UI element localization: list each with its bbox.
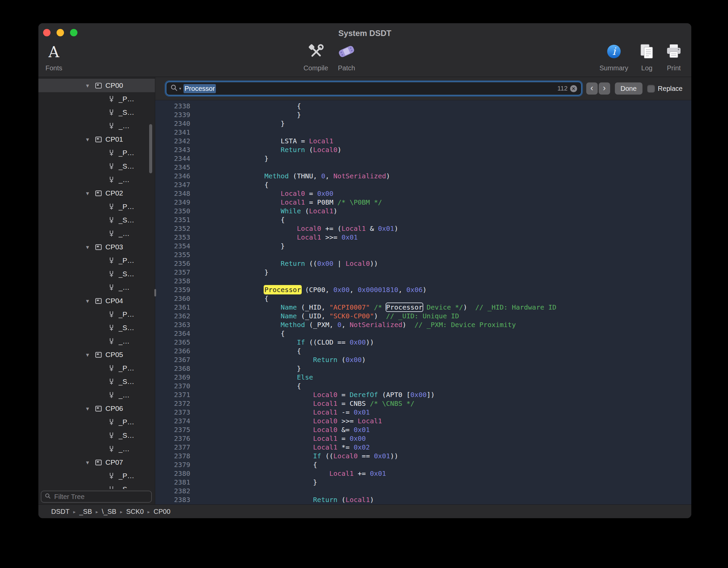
line-number: 2384 [155, 504, 190, 504]
line-number: 2344 [155, 154, 190, 163]
search-input[interactable]: Processor [184, 84, 216, 93]
code-line: 2346 Method (THNU, 0, NotSerialized) [155, 172, 691, 180]
code-line: 2363 Method (_PXM, 0, NotSerialized) // … [155, 320, 691, 329]
sidebar-scrollbar[interactable] [149, 124, 152, 173]
code-line: 2381 } [155, 478, 691, 487]
tree-item[interactable]: _S… [38, 429, 155, 442]
code-line: 2377 Local1 *= 0x02 [155, 443, 691, 452]
breadcrumb-separator-icon: ▸ [73, 508, 75, 514]
tree-item[interactable]: _P… [38, 469, 155, 483]
tree-item-cp00[interactable]: ▼CP00 [38, 79, 155, 92]
print-label: Print [667, 64, 681, 72]
line-number: 2363 [155, 320, 190, 329]
line-number: 2343 [155, 145, 190, 154]
line-number: 2379 [155, 460, 190, 469]
log-button[interactable]: Log [639, 40, 655, 72]
tree-item[interactable]: _P… [38, 146, 155, 159]
method-icon [107, 472, 115, 480]
line-number: 2362 [155, 312, 190, 320]
tree-item-cp06[interactable]: ▼CP06 [38, 402, 155, 415]
fonts-icon: A [48, 45, 59, 60]
find-next-button[interactable]: › [599, 82, 610, 95]
code-line: 2366 { [155, 347, 691, 355]
tree-item[interactable]: _… [38, 388, 155, 402]
code-editor[interactable]: 2338 {2339 }2340 }23412342 LSTA = Local1… [155, 100, 691, 504]
search-options-chevron-icon[interactable]: ▾ [179, 86, 181, 91]
code-line: 2349 Local1 = P0BM /* \P0BM */ [155, 198, 691, 207]
tree-item[interactable]: _P… [38, 200, 155, 213]
summary-label: Summary [599, 64, 628, 72]
code-line: 2376 Local1 = 0x00 [155, 434, 691, 443]
find-bar: ▾ Processor 112 ✕ ‹ › Done Replace [155, 77, 691, 100]
tree-item[interactable]: _… [38, 334, 155, 348]
tree-item[interactable]: _P… [38, 92, 155, 106]
code-line: 2384 } [155, 504, 691, 504]
done-button[interactable]: Done [615, 82, 642, 95]
tree-item[interactable]: _S… [38, 375, 155, 388]
tree-item-cp05[interactable]: ▼CP05 [38, 348, 155, 361]
tree-item-label: _… [119, 391, 130, 399]
tree-item-cp01[interactable]: ▼CP01 [38, 133, 155, 146]
tree-item-cp07[interactable]: ▼CP07 [38, 456, 155, 469]
disclosure-triangle-icon[interactable]: ▼ [84, 460, 92, 465]
compile-button[interactable]: Compile [303, 40, 328, 72]
tree-item[interactable]: _… [38, 173, 155, 186]
disclosure-triangle-icon[interactable]: ▼ [84, 190, 92, 196]
tree-item[interactable]: _S… [38, 106, 155, 119]
method-icon [107, 324, 115, 332]
breadcrumb-item[interactable]: DSDT [51, 508, 69, 516]
tree-item[interactable]: _S… [38, 267, 155, 281]
tree-item[interactable]: _S… [38, 213, 155, 227]
scope-icon [94, 297, 102, 305]
line-number: 2361 [155, 303, 190, 312]
tree-item[interactable]: _… [38, 442, 155, 456]
print-button[interactable]: Print [665, 40, 682, 72]
code-line: 2359 Processor (CP00, 0x00, 0x00001810, … [155, 285, 691, 294]
disclosure-triangle-icon[interactable]: ▼ [84, 244, 92, 250]
tree-item[interactable]: _P… [38, 361, 155, 375]
code-line: 2373 Local1 -= 0x01 [155, 408, 691, 417]
tree-item[interactable]: _S… [38, 159, 155, 173]
patch-button[interactable]: Patch [337, 40, 356, 72]
line-number: 2342 [155, 137, 190, 145]
tree-item[interactable]: _P… [38, 254, 155, 267]
code-line: 2367 Return (0x00) [155, 355, 691, 364]
tree-item[interactable]: _P… [38, 415, 155, 429]
tree-item-cp03[interactable]: ▼CP03 [38, 240, 155, 254]
filter-tree-input[interactable] [54, 493, 148, 501]
search-field[interactable]: ▾ Processor 112 ✕ [166, 82, 582, 95]
disclosure-triangle-icon[interactable]: ▼ [84, 298, 92, 304]
tree-item-cp04[interactable]: ▼CP04 [38, 294, 155, 308]
disclosure-triangle-icon[interactable]: ▼ [84, 83, 92, 88]
split-drag-handle[interactable] [155, 289, 156, 296]
disclosure-triangle-icon[interactable]: ▼ [84, 406, 92, 412]
tree-item-label: _… [119, 337, 130, 345]
tree-item-label: _S… [119, 485, 134, 489]
breadcrumb-item[interactable]: _SB [79, 508, 92, 516]
tree-item-cp02[interactable]: ▼CP02 [38, 186, 155, 200]
tree-item[interactable]: _S… [38, 483, 155, 489]
method-icon [107, 149, 115, 157]
breadcrumb-item[interactable]: CP00 [154, 508, 170, 516]
tree-item[interactable]: _S… [38, 321, 155, 334]
tree-item[interactable]: _… [38, 281, 155, 294]
line-number: 2351 [155, 215, 190, 224]
breadcrumb-item[interactable]: SCK0 [126, 508, 144, 516]
tree-item[interactable]: _P… [38, 308, 155, 321]
code-line: 2347 { [155, 180, 691, 189]
line-number: 2366 [155, 347, 190, 355]
disclosure-triangle-icon[interactable]: ▼ [84, 352, 92, 358]
method-icon [107, 485, 115, 489]
line-number: 2382 [155, 487, 190, 495]
breadcrumb-item[interactable]: \_SB [102, 508, 116, 516]
disclosure-triangle-icon[interactable]: ▼ [84, 137, 92, 142]
clear-search-button[interactable]: ✕ [570, 85, 577, 92]
tree-item[interactable]: _… [38, 119, 155, 133]
line-number: 2365 [155, 338, 190, 347]
summary-button[interactable]: i Summary [599, 40, 628, 72]
fonts-button[interactable]: A Fonts [45, 40, 62, 72]
filter-tree-field[interactable] [41, 491, 152, 503]
replace-checkbox[interactable] [647, 85, 655, 93]
find-previous-button[interactable]: ‹ [586, 82, 598, 95]
tree-item[interactable]: _… [38, 227, 155, 240]
